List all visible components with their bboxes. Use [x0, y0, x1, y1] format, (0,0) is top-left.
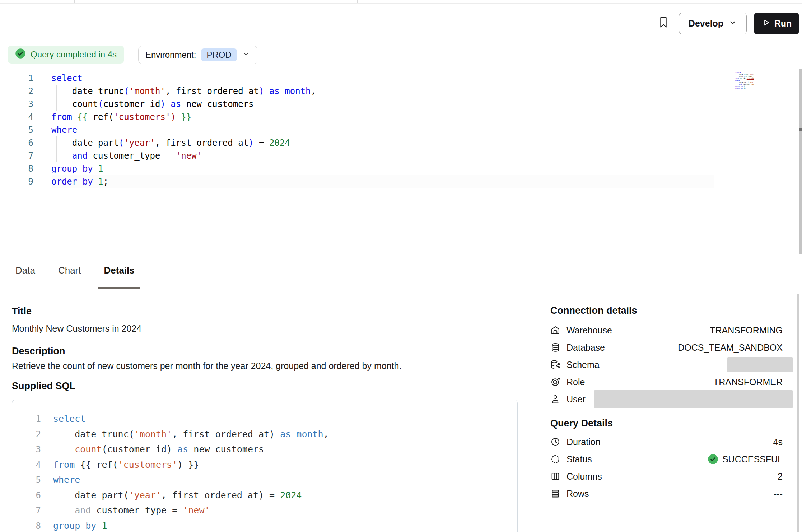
sql-editor[interactable]: 1select2 date_trunc('month', first_order… [0, 72, 802, 188]
detail-value-text: SUCCESSFUL [722, 454, 783, 465]
user-row: User [535, 391, 802, 408]
code-token: select [51, 73, 83, 83]
run-button[interactable]: Run [754, 13, 799, 34]
detail-label: Database [566, 342, 605, 353]
environment-label: Environment: [145, 50, 196, 60]
code-line: 2 date_trunc('month', first_ordered_at) … [12, 427, 517, 442]
line-number: 7 [12, 503, 41, 518]
code-token: select [53, 414, 85, 424]
code-token: month [296, 429, 323, 439]
code-token: 'customers' [747, 78, 754, 79]
code-token: group by [53, 521, 96, 531]
chevron-down-icon [728, 18, 737, 29]
code-token: , [311, 86, 316, 96]
redacted-value [727, 357, 793, 372]
code-token: month [285, 86, 311, 96]
code-token: customer_type = [91, 505, 183, 515]
code-token: , first_ordered_at) = [161, 490, 280, 500]
chevron-down-icon [242, 50, 250, 60]
query-details-heading: Query Details [550, 418, 613, 429]
code-token: }} [181, 112, 191, 122]
code-line: 4from {{ ref('customers') }} [12, 457, 517, 473]
code-token: ; [103, 177, 108, 187]
code-token: (customer_id) [102, 444, 177, 454]
play-icon [761, 18, 771, 29]
tab-details[interactable]: Details [98, 254, 140, 289]
environment-selector[interactable]: Environment: PROD [138, 46, 257, 64]
database-icon [550, 342, 560, 353]
code-text: from {{ ref('customers') }} [41, 457, 199, 473]
code-token: 'month' [129, 86, 165, 96]
app-root: Develop Run Query completed in 4s Enviro… [0, 0, 802, 532]
role-icon [550, 377, 560, 387]
code-token: from [51, 112, 72, 122]
tab-data[interactable]: Data [10, 254, 41, 289]
code-line: 7 and customer_type = 'new' [12, 503, 517, 518]
line-number: 7 [0, 149, 33, 162]
line-number: 1 [0, 72, 33, 85]
query-details-list: Duration4sStatusSUCCESSFULColumns2Rows--… [535, 433, 802, 502]
tab-divider [591, 0, 591, 3]
code-token: 1 [744, 85, 745, 87]
scrollbar-thumb[interactable] [799, 128, 802, 131]
code-text: from {{ ref('customers') }} [33, 111, 191, 123]
detail-label: Status [566, 454, 592, 465]
details-panel: Title Monthly New Customers in 2024 Desc… [0, 289, 535, 532]
detail-label: User [566, 394, 586, 405]
code-token: 1 [98, 177, 103, 187]
code-text: group by 1 [41, 518, 107, 532]
code-token: , first_ordered_at [155, 138, 248, 148]
line-number: 6 [0, 136, 33, 149]
code-text: date_part('year', first_ordered_at) = 20… [41, 488, 302, 503]
detail-label: Schema [566, 360, 600, 370]
code-text: order by 1; [717, 87, 746, 89]
code-token: customer_id [745, 76, 754, 78]
code-line: 6 date_part('year', first_ordered_at) = … [12, 488, 517, 503]
schema-row: Schema [535, 356, 802, 373]
code-text: date_trunc('month', first_ordered_at) as… [33, 85, 316, 98]
code-token: select [735, 72, 741, 74]
warehouse-icon [550, 325, 560, 335]
line-number: 2 [12, 427, 41, 442]
code-token [53, 444, 75, 454]
sidebar-scrollbar[interactable] [797, 294, 799, 532]
tab-chart[interactable]: Chart [52, 254, 87, 289]
code-token [176, 112, 181, 122]
code-token [96, 521, 102, 531]
code-token: , [323, 429, 329, 439]
line-number: 9 [0, 175, 33, 188]
code-token: ( [124, 86, 129, 96]
tab-divider [74, 0, 75, 3]
editor-scrollbar[interactable] [799, 69, 802, 256]
code-text: select [33, 72, 83, 85]
code-token: ) [160, 99, 165, 109]
code-line: 3 count(customer_id) as new_customers [0, 98, 802, 111]
bookmark-icon [657, 14, 670, 31]
status-row: StatusSUCCESSFUL [535, 451, 802, 468]
code-token: 'month' [750, 74, 754, 75]
develop-dropdown[interactable]: Develop [679, 13, 747, 34]
result-tabs: DataChartDetails [0, 254, 802, 289]
detail-value: DOCS_TEAM_SANDBOX [678, 342, 783, 353]
bookmark-button[interactable] [655, 13, 672, 32]
detail-value: TRANSFORMING [710, 325, 783, 336]
code-token: 2024 [269, 138, 290, 148]
code-token: 'year' [124, 138, 155, 148]
code-token [264, 86, 269, 96]
top-tab-strip [0, 0, 802, 4]
code-token: ref( [742, 78, 747, 79]
code-text: where [41, 472, 80, 488]
detail-label: Warehouse [566, 325, 612, 336]
tab-label: Data [15, 265, 35, 276]
code-line: 7 and customer_type = 'new' [0, 149, 802, 162]
detail-value-text: DOCS_TEAM_SANDBOX [678, 342, 783, 353]
line-number: 5 [12, 472, 41, 488]
detail-value: SUCCESSFUL [708, 454, 783, 465]
code-token: customer_type = [88, 151, 176, 161]
database-row: DatabaseDOCS_TEAM_SANDBOX [535, 339, 802, 356]
code-token: new_customers [188, 444, 264, 454]
code-token [280, 86, 285, 96]
code-token: date_part [51, 138, 119, 148]
details-sidebar: Connection details WarehouseTRANSFORMING… [535, 289, 802, 532]
editor-minimap[interactable]: select date_trunc('month', first_ordered… [717, 72, 754, 90]
